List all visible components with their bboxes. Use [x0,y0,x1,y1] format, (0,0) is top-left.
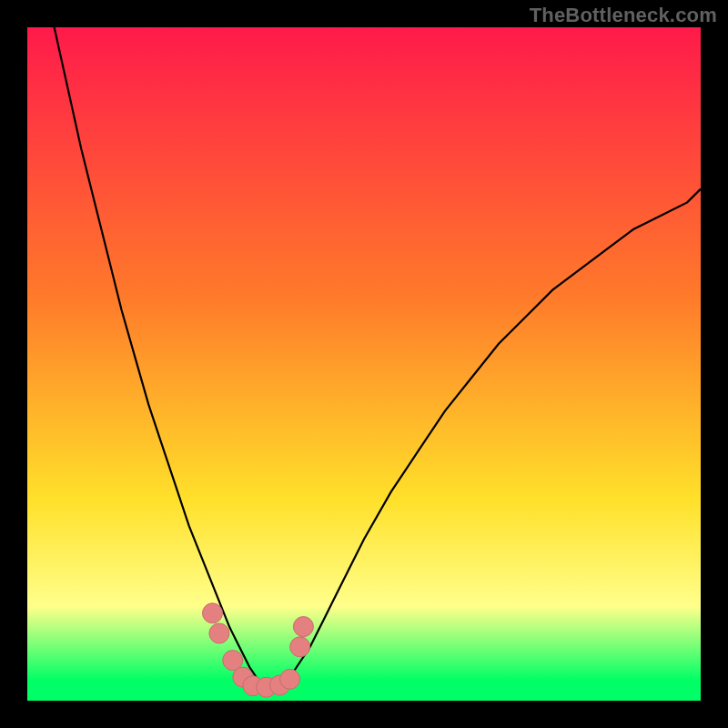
watermark-text: TheBottleneck.com [530,4,717,27]
chart-svg [27,27,701,701]
plot-area [27,27,701,701]
chart-canvas: TheBottleneck.com [0,0,728,728]
curve-marker [280,669,300,689]
curve-marker [209,623,229,643]
curve-marker [203,603,223,623]
curve-marker [290,637,310,657]
curve-marker [293,617,313,637]
gradient-rect [27,27,701,701]
